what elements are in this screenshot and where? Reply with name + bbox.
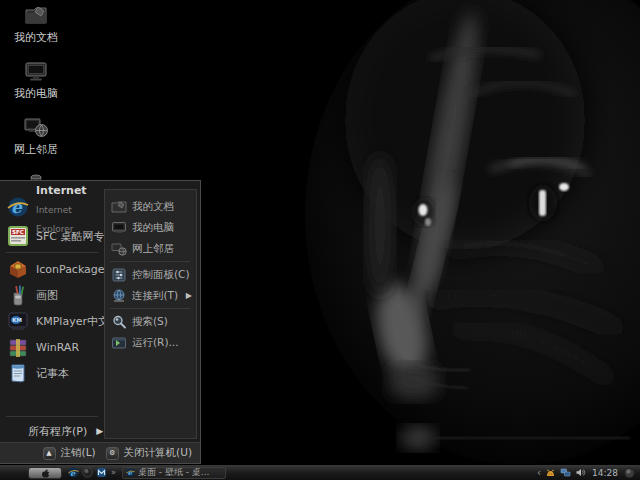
menu-item-run[interactable]: 运行(R)... xyxy=(110,332,196,353)
start-menu-footer: ▲ 注销(L) ⚙ 关闭计算机(U) xyxy=(0,442,200,463)
menu-item-title: 我的电脑 xyxy=(132,221,196,235)
log-off-icon: ▲ xyxy=(43,447,56,460)
menu-item-title: 控制面板(C) xyxy=(132,268,196,282)
sfc-icon: SFC xyxy=(6,224,30,248)
menu-item-iconpackager[interactable]: IconPackager xyxy=(4,256,104,282)
menu-item-title: WinRAR xyxy=(36,341,79,354)
taskbar: e » e 桌面 - 壁纸 - 桌... ‹ xyxy=(0,464,640,480)
my-documents-icon xyxy=(110,198,127,215)
desktop-icon-label: 我的文档 xyxy=(14,30,58,45)
kmplayer-icon: KM xyxy=(6,309,30,333)
menu-spacer xyxy=(4,386,104,413)
start-menu: e Internet Internet Explorer SFC SFC 桌酷网… xyxy=(0,180,201,464)
svg-text:KM: KM xyxy=(12,317,22,323)
menu-item-title: 我的文档 xyxy=(132,200,196,214)
menu-item-winrar[interactable]: WinRAR xyxy=(4,334,104,360)
menu-item-connect-to[interactable]: 连接到(T) ▶ xyxy=(110,285,196,306)
volume-icon[interactable] xyxy=(575,467,586,478)
svg-text:e: e xyxy=(11,197,23,217)
internet-explorer-icon[interactable]: e xyxy=(68,467,79,478)
tray-collapse-chevron[interactable]: ‹ xyxy=(537,468,541,478)
menu-item-paint[interactable]: 画图 xyxy=(4,282,104,308)
pet-widget-icon[interactable] xyxy=(545,467,556,478)
desktop-orb-icon[interactable] xyxy=(624,467,635,478)
menu-item-internet[interactable]: e Internet Internet Explorer xyxy=(4,191,104,223)
taskbar-window-button[interactable]: e 桌面 - 壁纸 - 桌... xyxy=(122,467,226,479)
menu-item-title: 搜索(S) xyxy=(132,315,196,329)
start-menu-body: e Internet Internet Explorer SFC SFC 桌酷网… xyxy=(0,181,200,442)
all-programs-label: 所有程序(P) xyxy=(28,424,87,439)
log-off-button[interactable]: ▲ 注销(L) xyxy=(43,446,96,460)
start-button[interactable] xyxy=(28,467,62,479)
internet-explorer-icon: e xyxy=(6,195,30,219)
search-icon xyxy=(110,313,127,330)
start-menu-right-column: 我的文档 我的电脑 网上邻居 xyxy=(104,189,197,439)
menu-item-my-documents[interactable]: 我的文档 xyxy=(110,196,196,217)
menu-item-title: 记事本 xyxy=(36,366,69,381)
network-places-icon xyxy=(23,114,49,140)
desktop-icon-network-places[interactable]: 网上邻居 xyxy=(2,114,70,157)
paint-icon xyxy=(6,283,30,307)
menu-separator xyxy=(110,308,190,309)
chevron-right-icon: ▶ xyxy=(96,426,103,436)
run-icon xyxy=(110,334,127,351)
msn-icon[interactable] xyxy=(96,467,107,478)
all-programs-button[interactable]: 所有程序(P) ▶ xyxy=(4,420,104,442)
menu-item-network-places[interactable]: 网上邻居 xyxy=(110,238,196,259)
menu-separator xyxy=(6,416,98,417)
menu-item-title: Internet xyxy=(36,184,87,197)
menu-item-title: 连接到(T) xyxy=(132,289,181,303)
desktop-icon-my-documents[interactable]: 我的文档 xyxy=(2,2,70,45)
my-computer-icon xyxy=(110,219,127,236)
iconpackager-icon xyxy=(6,257,30,281)
connect-to-icon xyxy=(110,287,127,304)
menu-item-my-computer[interactable]: 我的电脑 xyxy=(110,217,196,238)
menu-item-title: 画图 xyxy=(36,288,58,303)
desktop: 我的文档 我的电脑 网上邻居 e xyxy=(0,0,640,480)
menu-item-title: 运行(R)... xyxy=(132,336,196,350)
my-documents-icon xyxy=(23,2,49,28)
log-off-label: 注销(L) xyxy=(61,446,96,460)
start-menu-left-column: e Internet Internet Explorer SFC SFC 桌酷网… xyxy=(0,181,104,442)
menu-item-search[interactable]: 搜索(S) xyxy=(110,311,196,332)
quick-launch-overflow-chevron[interactable]: » xyxy=(111,468,116,477)
menu-separator xyxy=(6,252,98,253)
menu-item-title: 网上邻居 xyxy=(132,242,196,256)
taskbar-window-title: 桌面 - 壁纸 - 桌... xyxy=(138,467,210,479)
menu-item-kmplayer[interactable]: KM KMPlayer中文版 xyxy=(4,308,104,334)
quick-launch-bar: e » xyxy=(68,467,116,478)
network-places-icon xyxy=(110,240,127,257)
shut-down-button[interactable]: ⚙ 关闭计算机(U) xyxy=(106,446,192,460)
menu-separator xyxy=(110,261,190,262)
shut-down-icon: ⚙ xyxy=(106,447,119,460)
network-status-icon[interactable] xyxy=(560,467,571,478)
desktop-icon-label: 网上邻居 xyxy=(14,142,58,157)
svg-text:SFC: SFC xyxy=(12,229,24,235)
chevron-right-icon: ▶ xyxy=(186,291,196,300)
apple-logo-icon xyxy=(41,468,50,478)
show-desktop-icon[interactable] xyxy=(82,467,93,478)
taskbar-clock[interactable]: 14:28 xyxy=(590,468,620,478)
notepad-icon xyxy=(6,361,30,385)
control-panel-icon xyxy=(110,266,127,283)
menu-item-control-panel[interactable]: 控制面板(C) xyxy=(110,264,196,285)
my-computer-icon xyxy=(23,58,49,84)
system-tray: ‹ 14:28 xyxy=(537,467,640,478)
desktop-icon-label: 我的电脑 xyxy=(14,86,58,101)
menu-item-notepad[interactable]: 记事本 xyxy=(4,360,104,386)
winrar-icon xyxy=(6,335,30,359)
menu-item-sfc[interactable]: SFC SFC 桌酷网专用版 xyxy=(4,223,104,249)
shut-down-label: 关闭计算机(U) xyxy=(124,446,192,460)
desktop-icon-my-computer[interactable]: 我的电脑 xyxy=(2,58,70,101)
menu-item-title: IconPackager xyxy=(36,263,109,276)
internet-explorer-icon: e xyxy=(126,468,135,477)
